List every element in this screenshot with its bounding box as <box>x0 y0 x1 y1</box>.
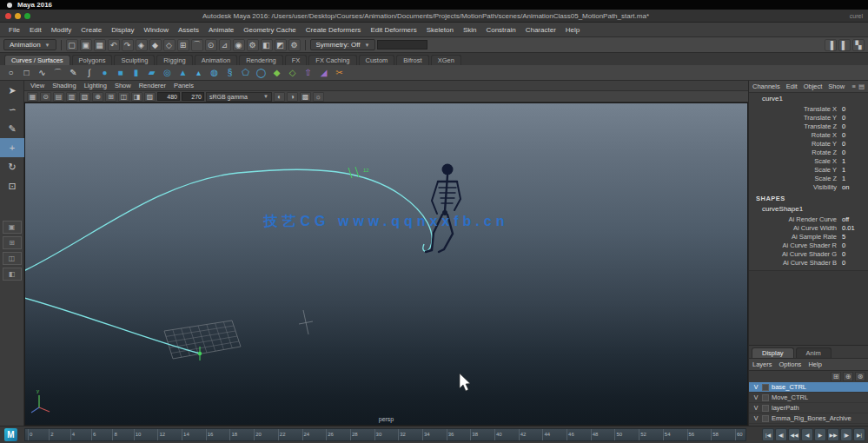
time-tick[interactable]: 30 <box>374 429 382 440</box>
time-tick[interactable]: 42 <box>519 429 527 440</box>
time-tick[interactable]: 50 <box>614 429 622 440</box>
shelf-tab[interactable]: Curves / Surfaces <box>4 55 70 65</box>
ipr-render-icon[interactable]: ◩ <box>275 39 287 51</box>
layout-single-pane-icon[interactable]: ▣ <box>3 221 22 234</box>
2d-pan-zoom-icon[interactable]: ⊕ <box>92 92 103 102</box>
redo-icon[interactable]: ↷ <box>122 39 134 51</box>
extrude-icon[interactable]: ⇧ <box>301 66 315 79</box>
menu-item[interactable]: Skin <box>463 26 477 34</box>
shelf-tab[interactable]: Rendering <box>239 55 283 65</box>
time-tick[interactable]: 32 <box>398 429 406 440</box>
panel-menu-item[interactable]: Show <box>115 82 131 89</box>
layer-options-button[interactable]: ⊛ <box>855 372 865 381</box>
exposure-field[interactable]: 480 <box>157 92 180 101</box>
sculpt-tool-icon[interactable]: ◆ <box>270 66 283 79</box>
channel-attribute-value[interactable]: 0 <box>842 122 865 130</box>
shelf-tab[interactable]: XGen <box>431 55 461 65</box>
time-tick[interactable]: 52 <box>639 429 646 440</box>
menu-item[interactable]: Display <box>111 26 134 34</box>
channel-sliders-icon[interactable]: ≡ <box>852 83 856 90</box>
time-tick[interactable]: 60 <box>735 429 743 440</box>
time-tick[interactable]: 58 <box>711 429 719 440</box>
go-to-end-button[interactable]: ▶| <box>853 428 865 441</box>
poly-pipe-icon[interactable]: ◍ <box>208 66 221 79</box>
rotate-tool-icon[interactable]: ↻ <box>0 157 24 176</box>
layer-row[interactable]: V Emma_Rig_Bones_Archive <box>749 413 868 424</box>
menu-item[interactable]: Constrain <box>486 26 515 34</box>
layer-type-box[interactable] <box>762 384 769 391</box>
panel-menu-item[interactable]: Renderer <box>139 82 166 89</box>
menu-item[interactable]: Animate <box>209 26 234 34</box>
time-tick[interactable]: 18 <box>229 429 237 440</box>
menu-item[interactable]: Assets <box>178 26 199 34</box>
pencil-curve-icon[interactable]: ✎ <box>67 66 80 79</box>
channel-attribute-value[interactable]: 0 <box>842 250 865 258</box>
poly-cylinder-icon[interactable]: ▮ <box>129 66 142 79</box>
snap-to-curve-icon[interactable]: ⌒ <box>191 39 203 51</box>
step-back-key-button[interactable]: ◀◀ <box>788 428 800 441</box>
time-tick[interactable]: 24 <box>302 429 310 440</box>
gamma-field[interactable]: 270 <box>182 92 204 101</box>
time-tick[interactable]: 36 <box>447 429 454 440</box>
locator-cross[interactable] <box>299 310 313 334</box>
shelf-tab[interactable]: Polygons <box>72 55 113 65</box>
gate-mask-icon[interactable]: ▨ <box>144 92 156 102</box>
layer-type-box[interactable] <box>762 415 769 422</box>
time-tick[interactable]: 56 <box>687 429 695 440</box>
polygon-plane[interactable] <box>164 321 241 359</box>
layer-visibility-toggle[interactable]: V <box>752 394 759 400</box>
step-back-frame-button[interactable]: ◀| <box>775 428 787 441</box>
channel-attribute-value[interactable]: 0.01 <box>842 224 865 232</box>
channel-box-menu-item[interactable]: Show <box>828 83 845 90</box>
select-camera-icon[interactable]: ▦ <box>27 92 38 102</box>
lighting-icon[interactable]: ☼ <box>313 92 324 102</box>
poly-helix-icon[interactable]: § <box>223 66 236 79</box>
skeleton-character[interactable] <box>426 164 461 253</box>
wireframe-icon[interactable]: ◐ <box>274 92 285 102</box>
layer-visibility-toggle[interactable]: V <box>752 405 759 411</box>
snap-to-point-icon[interactable]: ⊙ <box>205 39 217 51</box>
time-tick[interactable]: 4 <box>70 429 75 440</box>
time-tick[interactable]: 20 <box>254 429 262 440</box>
time-tick[interactable]: 12 <box>157 429 165 440</box>
channel-attribute-value[interactable]: 0 <box>842 259 865 267</box>
viewport-canvas[interactable]: 12 <box>24 102 748 426</box>
open-scene-icon[interactable]: ▣ <box>80 39 92 51</box>
channel-attribute-value[interactable]: 5 <box>842 233 865 241</box>
layer-visibility-toggle[interactable]: V <box>752 415 759 421</box>
channel-box-menu-item[interactable]: Object <box>804 83 823 90</box>
new-empty-layer-button[interactable]: ⊞ <box>831 372 841 381</box>
nurbs-circle-icon[interactable]: ○ <box>4 66 17 79</box>
layout-two-pane-icon[interactable]: ◫ <box>3 252 22 265</box>
channel-attribute-value[interactable]: 0 <box>842 114 865 122</box>
shelf-tab[interactable]: Custom <box>359 55 395 65</box>
menu-item[interactable]: Modify <box>51 26 72 34</box>
panel-menu-item[interactable]: Shading <box>52 82 76 89</box>
layer-type-box[interactable] <box>762 394 769 401</box>
render-settings-icon[interactable]: ⚙ <box>288 39 301 51</box>
time-tick[interactable]: 16 <box>206 429 214 440</box>
time-tick[interactable]: 14 <box>182 429 189 440</box>
apple-logo-icon[interactable] <box>7 3 12 8</box>
minimize-window-button[interactable] <box>15 13 21 19</box>
channel-box-menu-item[interactable]: Edit <box>786 83 798 90</box>
time-tick[interactable]: 40 <box>494 429 502 440</box>
go-to-start-button[interactable]: |◀ <box>762 428 774 441</box>
snap-to-plane-icon[interactable]: ⊿ <box>219 39 231 51</box>
new-scene-icon[interactable]: ▢ <box>66 39 78 51</box>
time-tick[interactable]: 26 <box>326 429 334 440</box>
layout-persp-outliner-icon[interactable]: ◧ <box>3 268 22 281</box>
channel-manipulator-icon[interactable]: ▤ <box>858 83 865 90</box>
time-tick[interactable]: 10 <box>134 429 142 440</box>
bevel-icon[interactable]: ◢ <box>317 66 330 79</box>
nurbs-square-icon[interactable]: □ <box>20 66 33 79</box>
layer-editor-menu-item[interactable]: Layers <box>752 360 772 368</box>
menu-item[interactable]: Edit Deformers <box>370 26 416 34</box>
menu-item[interactable]: Edit <box>30 26 42 34</box>
channel-attribute-value[interactable]: 0 <box>842 140 865 148</box>
poly-prism-icon[interactable]: ⬠ <box>239 66 252 79</box>
lock-camera-icon[interactable]: ⊙ <box>40 92 51 102</box>
ep-curve-icon[interactable]: ⌒ <box>51 66 64 79</box>
play-forwards-button[interactable]: ▶ <box>814 428 826 441</box>
camera-attributes-icon[interactable]: ▤ <box>53 92 64 102</box>
